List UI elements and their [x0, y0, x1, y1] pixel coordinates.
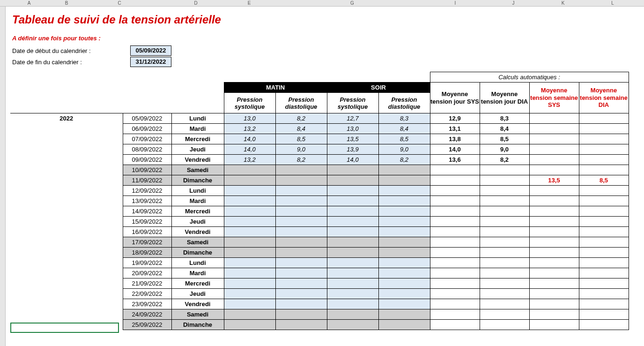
input-matin-dia[interactable]: 8,2	[275, 113, 327, 124]
input-matin-sys[interactable]: 14,0	[224, 144, 275, 155]
input-matin-dia[interactable]: 8,5	[275, 134, 327, 144]
date-cell[interactable]: 22/09/2022	[123, 289, 171, 299]
date-cell[interactable]: 07/09/2022	[123, 134, 171, 144]
input-soir-dia[interactable]	[378, 278, 430, 289]
input-soir-sys[interactable]	[327, 196, 378, 206]
input-soir-dia[interactable]	[378, 227, 430, 237]
input-matin-sys[interactable]: 14,0	[224, 134, 275, 144]
input-soir-sys[interactable]: 12,7	[327, 113, 378, 124]
input-matin-dia[interactable]	[275, 227, 327, 237]
input-matin-dia[interactable]: 9,0	[275, 144, 327, 155]
date-cell[interactable]: 19/09/2022	[123, 258, 171, 268]
input-soir-sys[interactable]	[327, 227, 378, 237]
input-matin-dia[interactable]	[275, 186, 327, 196]
table-row[interactable]: 22/09/2022Jeudi	[10, 289, 629, 299]
table-row[interactable]: 16/09/2022Vendredi	[10, 227, 629, 237]
input-matin-dia[interactable]	[275, 299, 327, 309]
input-matin-dia[interactable]	[275, 258, 327, 268]
input-soir-sys[interactable]	[327, 299, 378, 309]
date-cell[interactable]: 20/09/2022	[123, 268, 171, 278]
input-soir-sys[interactable]	[327, 268, 378, 278]
input-soir-dia[interactable]	[378, 289, 430, 299]
input-soir-dia[interactable]	[378, 237, 430, 248]
date-cell[interactable]: 23/09/2022	[123, 299, 171, 309]
table-row[interactable]: 19/09/2022Lundi	[10, 258, 629, 268]
input-soir-dia[interactable]	[378, 248, 430, 258]
date-cell[interactable]: 15/09/2022	[123, 217, 171, 227]
date-cell[interactable]: 11/09/2022	[123, 175, 171, 186]
input-matin-dia[interactable]	[275, 289, 327, 299]
input-matin-dia[interactable]	[275, 248, 327, 258]
tension-table[interactable]: Calculs automatiques : MATIN SOIR Moyenn…	[10, 72, 629, 330]
input-matin-dia[interactable]	[275, 320, 327, 330]
input-soir-sys[interactable]: 14,0	[327, 155, 378, 165]
input-soir-sys[interactable]	[327, 309, 378, 320]
input-matin-sys[interactable]: 13,2	[224, 155, 275, 165]
table-row[interactable]: 24/09/2022Samedi	[10, 309, 629, 320]
table-row[interactable]: 15/09/2022Jeudi	[10, 217, 629, 227]
input-matin-dia[interactable]	[275, 175, 327, 186]
table-row[interactable]: 11/09/2022Dimanche13,58,5	[10, 175, 629, 186]
input-matin-dia[interactable]: 8,4	[275, 124, 327, 134]
table-row[interactable]: 23/09/2022Vendredi	[10, 299, 629, 309]
input-soir-dia[interactable]: 8,2	[378, 155, 430, 165]
table-row[interactable]: 12/09/2022Lundi	[10, 186, 629, 196]
table-row[interactable]: 09/09/2022Vendredi13,28,214,08,213,68,2	[10, 155, 629, 165]
table-row[interactable]: 08/09/2022Jeudi14,09,013,99,014,09,0	[10, 144, 629, 155]
input-matin-dia[interactable]: 8,2	[275, 155, 327, 165]
input-matin-dia[interactable]	[275, 237, 327, 248]
input-matin-sys[interactable]	[224, 227, 275, 237]
date-cell[interactable]: 25/09/2022	[123, 320, 171, 330]
param-end-value[interactable]: 31/12/2022	[130, 57, 171, 67]
table-row[interactable]: 17/09/2022Samedi	[10, 237, 629, 248]
date-cell[interactable]: 14/09/2022	[123, 206, 171, 217]
input-soir-dia[interactable]: 9,0	[378, 144, 430, 155]
table-row[interactable]: 06/09/2022Mardi13,28,413,08,413,18,4	[10, 124, 629, 134]
input-soir-sys[interactable]	[327, 289, 378, 299]
input-matin-sys[interactable]	[224, 258, 275, 268]
input-matin-sys[interactable]	[224, 309, 275, 320]
date-cell[interactable]: 24/09/2022	[123, 309, 171, 320]
input-soir-dia[interactable]	[378, 196, 430, 206]
input-matin-dia[interactable]	[275, 268, 327, 278]
date-cell[interactable]: 12/09/2022	[123, 186, 171, 196]
input-matin-dia[interactable]	[275, 165, 327, 175]
input-matin-sys[interactable]	[224, 289, 275, 299]
spreadsheet[interactable]: A B C D E G I J K L Tableau de suivi de …	[0, 0, 644, 346]
input-matin-sys[interactable]	[224, 248, 275, 258]
input-soir-dia[interactable]	[378, 175, 430, 186]
input-soir-dia[interactable]	[378, 258, 430, 268]
table-row[interactable]: 14/09/2022Mercredi	[10, 206, 629, 217]
input-soir-dia[interactable]: 8,3	[378, 113, 430, 124]
input-matin-sys[interactable]	[224, 175, 275, 186]
table-row[interactable]: 10/09/2022Samedi	[10, 165, 629, 175]
date-cell[interactable]: 05/09/2022	[123, 113, 171, 124]
table-row[interactable]: 25/09/2022Dimanche	[10, 320, 629, 330]
input-soir-sys[interactable]	[327, 186, 378, 196]
param-start-value[interactable]: 05/09/2022	[130, 45, 171, 56]
input-soir-dia[interactable]	[378, 165, 430, 175]
input-soir-dia[interactable]	[378, 299, 430, 309]
input-soir-dia[interactable]	[378, 309, 430, 320]
input-soir-dia[interactable]	[378, 217, 430, 227]
input-matin-sys[interactable]	[224, 196, 275, 206]
input-matin-sys[interactable]	[224, 217, 275, 227]
input-matin-sys[interactable]	[224, 320, 275, 330]
date-cell[interactable]: 13/09/2022	[123, 196, 171, 206]
input-matin-sys[interactable]: 13,2	[224, 124, 275, 134]
input-soir-dia[interactable]: 8,4	[378, 124, 430, 134]
input-soir-sys[interactable]	[327, 206, 378, 217]
input-soir-sys[interactable]	[327, 278, 378, 289]
input-soir-sys[interactable]	[327, 165, 378, 175]
input-matin-sys[interactable]	[224, 299, 275, 309]
date-cell[interactable]: 16/09/2022	[123, 227, 171, 237]
input-soir-sys[interactable]: 13,0	[327, 124, 378, 134]
input-matin-sys[interactable]	[224, 186, 275, 196]
date-cell[interactable]: 21/09/2022	[123, 278, 171, 289]
date-cell[interactable]: 09/09/2022	[123, 155, 171, 165]
input-soir-dia[interactable]	[378, 320, 430, 330]
input-soir-sys[interactable]	[327, 175, 378, 186]
input-matin-sys[interactable]	[224, 237, 275, 248]
input-matin-dia[interactable]	[275, 217, 327, 227]
table-row[interactable]: 21/09/2022Mercredi	[10, 278, 629, 289]
